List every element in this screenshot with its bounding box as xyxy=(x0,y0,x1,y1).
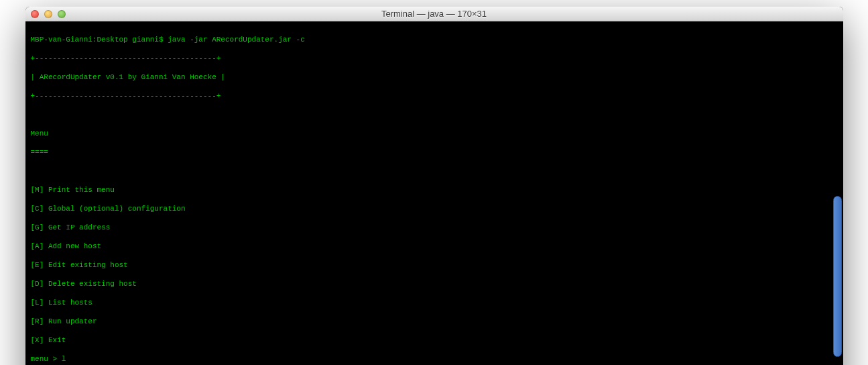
terminal-window: Terminal — java — 170×31 MBP-van-Gianni:… xyxy=(25,7,843,365)
box-border-bottom: +---------------------------------------… xyxy=(31,91,838,101)
minimize-icon[interactable] xyxy=(44,10,52,18)
titlebar: Terminal — java — 170×31 xyxy=(25,7,843,21)
traffic-lights xyxy=(25,10,66,18)
box-title: | ARecordUpdater v0.1 by Gianni Van Hoec… xyxy=(31,72,838,82)
maximize-icon[interactable] xyxy=(58,10,66,18)
terminal-content[interactable]: MBP-van-Gianni:Desktop gianni$ java -jar… xyxy=(25,21,843,365)
menu-item: [A] Add new host xyxy=(31,242,838,251)
menu-item: [E] Edit existing host xyxy=(31,260,838,270)
scrollbar[interactable] xyxy=(833,196,842,357)
menu-item: [L] List hosts xyxy=(31,298,838,307)
menu-item: [X] Exit xyxy=(31,335,838,345)
box-border-top: +---------------------------------------… xyxy=(31,54,838,63)
menu-prompt-l: menu > l xyxy=(31,354,838,364)
window-title: Terminal — java — 170×31 xyxy=(25,9,843,19)
close-icon[interactable] xyxy=(31,10,39,18)
menu-item: [M] Print this menu xyxy=(31,185,838,195)
menu-item: [G] Get IP address xyxy=(31,223,838,232)
menu-item: [C] Global (optional) configuration xyxy=(31,204,838,213)
shell-prompt: MBP-van-Gianni:Desktop gianni$ java -jar… xyxy=(31,35,838,44)
menu-underline: ==== xyxy=(31,148,838,157)
menu-item: [R] Run updater xyxy=(31,317,838,326)
menu-item: [D] Delete existing host xyxy=(31,279,838,289)
menu-header: Menu xyxy=(31,129,838,138)
